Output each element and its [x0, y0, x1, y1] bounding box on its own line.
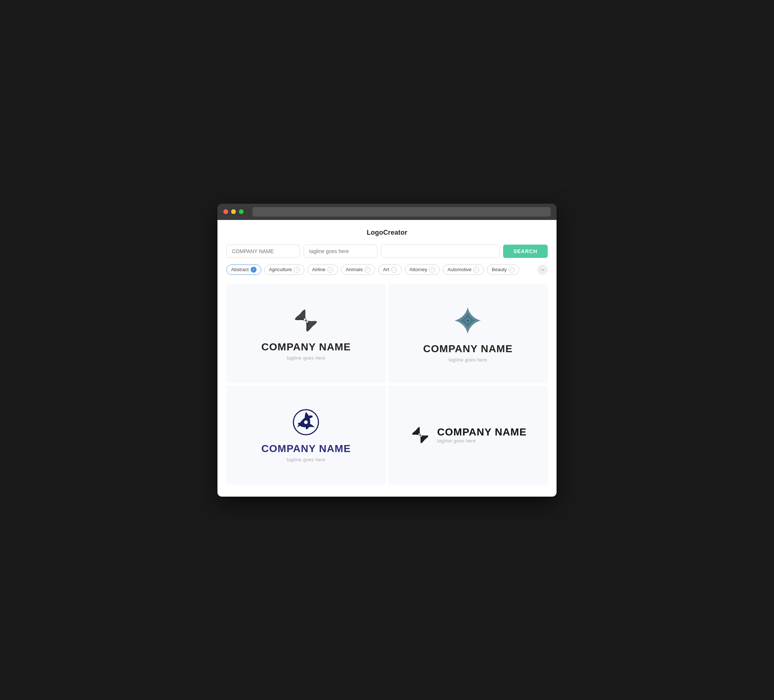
category-agriculture[interactable]: Agriculture — [264, 264, 304, 275]
logo-card-1-inner: COMPANY NAME tagline goes here — [261, 306, 351, 361]
category-animals-label: Animals — [346, 267, 363, 272]
category-beauty[interactable]: Beauty — [487, 264, 519, 275]
keyword-input[interactable] — [381, 244, 499, 258]
logo-4-tagline: tagline goes here — [437, 438, 527, 444]
logo-card-4[interactable]: COMPANY NAME tagline goes here — [388, 385, 548, 485]
category-attorney[interactable]: Attorney — [405, 264, 440, 275]
address-bar[interactable] — [253, 207, 551, 216]
category-automotive-label: Automotive — [447, 267, 471, 272]
browser-window: LogoCreator SEARCH Abstract Agriculture … — [217, 204, 557, 497]
fan-dark-icon — [291, 306, 321, 335]
svg-point-5 — [304, 420, 308, 424]
category-attorney-label: Attorney — [410, 267, 427, 272]
logo-card-2[interactable]: COMPANY NAME tagline goes here — [388, 284, 548, 383]
minimize-button[interactable] — [231, 209, 236, 214]
category-agriculture-label: Agriculture — [269, 267, 292, 272]
category-art-label: Art — [383, 267, 389, 272]
fan-small-dark-icon — [409, 424, 431, 446]
category-beauty-label: Beauty — [492, 267, 506, 272]
svg-point-3 — [466, 319, 469, 322]
categories-next-button[interactable]: → — [538, 264, 548, 275]
tagline-input[interactable] — [304, 244, 377, 258]
check-icon-art — [391, 267, 397, 272]
logo-1-tagline: tagline goes here — [287, 355, 326, 361]
logo-grid: COMPANY NAME tagline goes here — [226, 284, 548, 485]
category-art[interactable]: Art — [378, 264, 402, 275]
category-abstract-label: Abstract — [231, 267, 249, 272]
search-bar: SEARCH — [226, 244, 548, 258]
check-icon-abstract — [251, 267, 256, 272]
category-airline-label: Airline — [312, 267, 326, 272]
logo-card-3[interactable]: COMPANY NAME tagline goes here — [226, 385, 386, 485]
logo-4-company: COMPANY NAME — [437, 426, 527, 438]
check-icon-attorney — [429, 267, 435, 272]
company-name-input[interactable] — [226, 244, 300, 258]
browser-titlebar — [217, 204, 557, 220]
check-icon-airline — [327, 267, 333, 272]
shuriken-teal-icon — [451, 304, 484, 337]
category-airline[interactable]: Airline — [308, 264, 338, 275]
check-icon-automotive — [473, 267, 479, 272]
category-abstract[interactable]: Abstract — [226, 264, 261, 275]
logo-3-tagline: tagline goes here — [287, 457, 326, 462]
logo-card-3-inner: COMPANY NAME tagline goes here — [261, 408, 351, 462]
categories-bar: Abstract Agriculture Airline Animals Art… — [226, 264, 548, 276]
fan-circle-icon — [291, 408, 321, 437]
logo-3-company: COMPANY NAME — [261, 443, 351, 455]
svg-point-1 — [305, 319, 307, 322]
logo-card-1[interactable]: COMPANY NAME tagline goes here — [226, 284, 386, 383]
category-automotive[interactable]: Automotive — [443, 264, 484, 275]
close-button[interactable] — [223, 209, 228, 214]
logo-card-2-inner: COMPANY NAME tagline goes here — [423, 304, 513, 363]
check-icon-beauty — [509, 267, 514, 272]
check-icon-animals — [364, 267, 370, 272]
search-button[interactable]: SEARCH — [503, 244, 548, 258]
svg-point-7 — [419, 434, 421, 436]
maximize-button[interactable] — [239, 209, 244, 214]
logo-4-text-group: COMPANY NAME tagline goes here — [437, 426, 527, 444]
app-title: LogoCreator — [226, 229, 548, 236]
category-animals[interactable]: Animals — [341, 264, 375, 275]
logo-1-company: COMPANY NAME — [261, 341, 351, 353]
logo-card-4-inner: COMPANY NAME tagline goes here — [409, 424, 527, 446]
logo-2-company: COMPANY NAME — [423, 343, 513, 355]
logo-2-tagline: tagline goes here — [448, 357, 487, 363]
app-content: LogoCreator SEARCH Abstract Agriculture … — [217, 220, 557, 497]
check-icon-agriculture — [294, 267, 299, 272]
